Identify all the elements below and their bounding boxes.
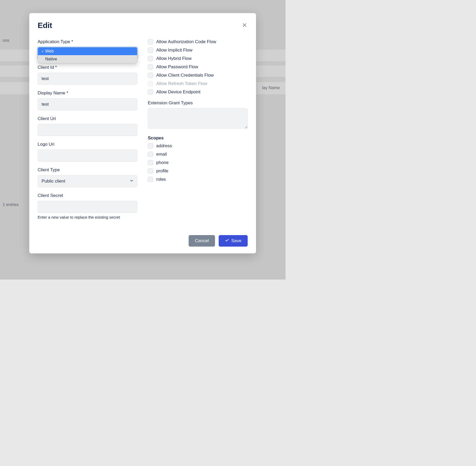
client-type-group: Client Type Public client [38, 167, 137, 187]
client-secret-input[interactable] [38, 201, 137, 213]
client-secret-help: Enter a new value to replace the existin… [38, 215, 137, 219]
flows-list: Allow Authorization Code FlowAllow Impli… [148, 39, 248, 95]
display-name-label: Display Name * [38, 90, 137, 96]
right-column: Allow Authorization Code FlowAllow Impli… [148, 39, 248, 219]
checkbox[interactable] [148, 48, 153, 53]
flow-row: Allow Authorization Code Flow [148, 39, 248, 44]
scope-row: email [148, 152, 248, 157]
scopes-label: Scopes [148, 135, 248, 141]
logo-uri-group: Logo Uri [38, 142, 137, 162]
application-type-label: Application Type * [38, 39, 137, 44]
checkbox[interactable] [148, 64, 153, 70]
client-uri-label: Client Uri [38, 116, 137, 121]
flow-label: Allow Authorization Code Flow [156, 39, 216, 44]
close-button[interactable] [241, 22, 248, 28]
flow-row: Allow Implicit Flow [148, 48, 248, 53]
flow-row: Allow Password Flow [148, 64, 248, 70]
scope-row: profile [148, 168, 248, 174]
checkbox[interactable] [148, 168, 153, 174]
flow-label: Allow Client Credentials Flow [156, 73, 214, 78]
scope-label: roles [156, 177, 166, 182]
flow-row: Allow Hybrid Flow [148, 56, 248, 61]
client-type-select[interactable]: Public client [38, 175, 137, 187]
flow-row: Allow Device Endpoint [148, 89, 248, 95]
cancel-button[interactable]: Cancel [189, 235, 215, 247]
application-type-dropdown: Web Native [38, 47, 137, 63]
extension-grant-input[interactable] [148, 108, 248, 129]
option-label: Native [45, 57, 57, 61]
logo-uri-input[interactable] [38, 150, 137, 162]
scopes-list: addressemailphoneprofileroles [148, 143, 248, 182]
checkbox[interactable] [148, 177, 153, 182]
edit-modal: Edit Application Type * Web [29, 13, 256, 253]
scope-label: profile [156, 168, 168, 174]
checkbox[interactable] [148, 39, 153, 44]
save-label: Save [231, 238, 241, 243]
check-icon [225, 238, 229, 244]
scope-label: email [156, 152, 167, 157]
checkbox [148, 81, 153, 86]
option-label: Web [45, 49, 54, 54]
application-type-option-web[interactable]: Web [38, 47, 137, 55]
checkbox[interactable] [148, 73, 153, 78]
application-type-group: Application Type * Web Native [38, 39, 137, 59]
client-id-label: Client Id * [38, 65, 137, 70]
flow-label: Allow Hybrid Flow [156, 56, 191, 61]
scope-label: address [156, 143, 172, 149]
client-secret-group: Client Secret Enter a new value to repla… [38, 193, 137, 219]
checkbox[interactable] [148, 160, 153, 165]
scope-row: address [148, 143, 248, 149]
left-column: Application Type * Web Native [38, 39, 137, 219]
scope-row: phone [148, 160, 248, 165]
scope-row: roles [148, 177, 248, 182]
flow-row: Allow Client Credentials Flow [148, 73, 248, 78]
modal-body: Application Type * Web Native [38, 39, 248, 219]
client-type-value: Public client [42, 179, 65, 184]
client-uri-input[interactable] [38, 124, 137, 136]
client-id-group: Client Id * [38, 65, 137, 85]
client-uri-group: Client Uri [38, 116, 137, 136]
flow-label: Allow Password Flow [156, 64, 198, 70]
flow-label: Allow Device Endpoint [156, 89, 200, 95]
extension-grant-label: Extension Grant Types [148, 100, 248, 106]
scope-label: phone [156, 160, 169, 165]
modal-footer: Cancel Save [38, 235, 248, 247]
checkbox[interactable] [148, 152, 153, 157]
checkbox[interactable] [148, 143, 153, 149]
flow-label: Allow Refresh Token Flow [156, 81, 207, 86]
flow-label: Allow Implicit Flow [156, 48, 193, 53]
modal-title: Edit [38, 21, 52, 30]
checkbox[interactable] [148, 89, 153, 95]
client-secret-label: Client Secret [38, 193, 137, 198]
cancel-label: Cancel [195, 238, 209, 243]
flow-row: Allow Refresh Token Flow [148, 81, 248, 86]
display-name-group: Display Name * [38, 90, 137, 110]
logo-uri-label: Logo Uri [38, 142, 137, 147]
modal-header: Edit [38, 21, 248, 30]
application-type-option-native[interactable]: Native [38, 55, 137, 63]
display-name-input[interactable] [38, 98, 137, 110]
client-type-label: Client Type [38, 167, 137, 173]
save-button[interactable]: Save [219, 235, 248, 247]
client-id-input[interactable] [38, 73, 137, 85]
checkbox[interactable] [148, 56, 153, 61]
